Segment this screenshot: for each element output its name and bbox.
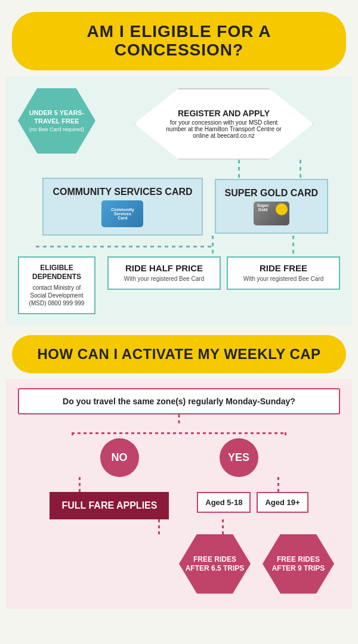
question-connector [12, 414, 346, 426]
v-line-2 [300, 160, 301, 178]
yes-circle: YES [220, 438, 258, 477]
register-hex: REGISTER AND APPLY for your concession w… [107, 88, 340, 160]
age-connectors [143, 519, 239, 534]
age-19plus-box: Aged 19+ [257, 492, 308, 513]
full-fare-box: FULL FARE APPLIES [50, 492, 169, 519]
weekly-cap-section: Do you travel the same zone(s) regularly… [6, 379, 352, 609]
ride-half-price-box: RIDE HALF PRICE With your registered Bee… [107, 256, 221, 290]
community-card-image: CommunityServicesCard [101, 200, 143, 227]
branch-connector [72, 426, 286, 438]
under5-hex: UNDER 5 YEARS- TRAVEL FREE (no Bee Card … [18, 88, 95, 154]
question-box: Do you travel the same zone(s) regularly… [18, 388, 340, 414]
ride-free-box: RIDE FREE With your registered Bee Card [227, 256, 340, 290]
eligible-dependents-box: ELIGIBLE DEPENDENTS contact Ministry of … [18, 256, 95, 314]
community-services-card: COMMUNITY SERVICES CARD CommunityService… [42, 178, 202, 236]
top-banner-title: AM I ELIGIBLE FOR A CONCESSION? [30, 23, 328, 60]
no-yes-row: NO YES [12, 438, 346, 477]
connector-lines-1 [12, 160, 346, 178]
super-gold-image: SuperGold [254, 202, 289, 225]
free-rides-row: FREE RIDES AFTER 6.5 TRIPS FREE RIDES AF… [12, 534, 346, 594]
age-518-box: Aged 5-18 [197, 492, 251, 513]
top-banner: AM I ELIGIBLE FOR A CONCESSION? [12, 12, 346, 70]
free-rides-65-hex: FREE RIDES AFTER 6.5 TRIPS [179, 534, 251, 594]
v-line-1 [238, 160, 240, 178]
outcome-row: FULL FARE APPLIES Aged 5-18 Aged 19+ [12, 492, 346, 519]
bottom-section: HOW CAN I ACTIVATE MY WEEKLY CAP Do you … [0, 335, 358, 609]
result-row: ELIGIBLE DEPENDENTS contact Ministry of … [12, 256, 346, 314]
free-rides-9-hex: FREE RIDES AFTER 9 TRIPS [263, 534, 334, 594]
eligibility-section: UNDER 5 YEARS- TRAVEL FREE (no Bee Card … [6, 76, 352, 326]
bottom-banner: HOW CAN I ACTIVATE MY WEEKLY CAP [12, 335, 346, 373]
no-yes-connectors [60, 477, 298, 492]
super-gold-card: SUPER GOLD CARD SuperGold [215, 179, 328, 234]
bottom-banner-title: HOW CAN I ACTIVATE MY WEEKLY CAP [24, 346, 334, 363]
top-section: AM I ELIGIBLE FOR A CONCESSION? UNDER 5 … [0, 12, 358, 326]
card-row: COMMUNITY SERVICES CARD CommunityService… [12, 178, 346, 236]
connector-area-2 [30, 236, 328, 256]
age-boxes-row: Aged 5-18 Aged 19+ [197, 492, 308, 513]
no-circle: NO [100, 438, 139, 477]
